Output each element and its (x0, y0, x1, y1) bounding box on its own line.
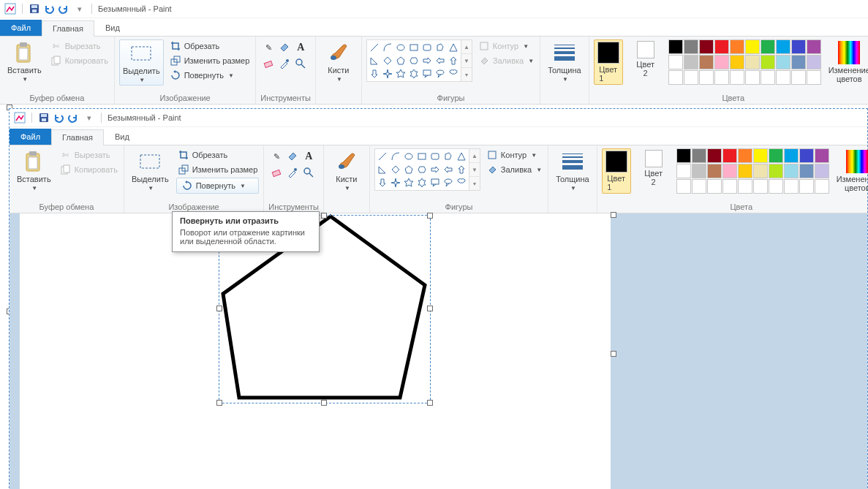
scroll-down-icon[interactable]: ▼ (461, 54, 472, 68)
shape-star4[interactable] (389, 176, 402, 189)
shape-arrow-u[interactable] (447, 54, 460, 67)
shape-line[interactable] (376, 150, 389, 163)
palette-swatch[interactable] (707, 164, 722, 178)
palette-swatch[interactable] (684, 55, 698, 69)
palette-swatch[interactable] (676, 148, 691, 163)
palette-swatch[interactable] (714, 70, 729, 85)
undo-icon[interactable] (53, 112, 64, 124)
palette-swatch[interactable] (807, 39, 821, 54)
palette-swatch[interactable] (784, 179, 799, 194)
palette-swatch[interactable] (745, 70, 760, 85)
fill-button[interactable]: Заливка▼ (485, 163, 543, 176)
palette-swatch[interactable] (699, 39, 714, 54)
palette-swatch[interactable] (738, 164, 752, 178)
color-palette[interactable] (676, 148, 829, 194)
shapes-gallery[interactable]: ▲▼▾ (366, 39, 472, 82)
palette-swatch[interactable] (722, 164, 737, 178)
resize-button[interactable]: Изменить размер (168, 54, 252, 67)
picker-tool[interactable] (276, 56, 293, 72)
palette-swatch[interactable] (668, 39, 683, 54)
shape-polygon[interactable] (442, 150, 455, 163)
shape-arrow-d[interactable] (368, 67, 381, 80)
shape-curve[interactable] (389, 150, 402, 163)
shape-callout-oval[interactable] (442, 176, 455, 189)
save-icon[interactable] (29, 3, 40, 15)
palette-swatch[interactable] (676, 164, 691, 178)
palette-swatch[interactable] (815, 179, 829, 194)
tab-view[interactable]: Вид (94, 20, 131, 36)
shape-star4[interactable] (381, 67, 394, 80)
shape-right-tri[interactable] (376, 163, 389, 176)
tab-file[interactable]: Файл (0, 20, 42, 36)
qat-customize-icon[interactable]: ▾ (74, 3, 86, 15)
palette-swatch[interactable] (769, 148, 783, 163)
palette-swatch[interactable] (761, 55, 775, 69)
zoom-tool[interactable] (301, 164, 317, 181)
tab-home[interactable]: Главная (42, 20, 94, 37)
fill-tool[interactable] (284, 148, 301, 164)
select-button[interactable]: Выделить ▼ (119, 39, 164, 86)
redo-icon[interactable] (67, 112, 79, 124)
palette-swatch[interactable] (791, 55, 806, 69)
shape-oval[interactable] (394, 41, 407, 54)
palette-swatch[interactable] (799, 148, 814, 163)
palette-swatch[interactable] (707, 148, 722, 163)
shape-polygon[interactable] (434, 41, 447, 54)
palette-swatch[interactable] (815, 148, 829, 163)
palette-swatch[interactable] (753, 148, 768, 163)
palette-swatch[interactable] (776, 70, 790, 85)
palette-swatch[interactable] (722, 148, 737, 163)
palette-swatch[interactable] (769, 164, 783, 178)
palette-swatch[interactable] (692, 148, 706, 163)
cut-button[interactable]: ✄Вырезать (59, 148, 119, 162)
shape-star6[interactable] (415, 176, 429, 189)
thickness-button[interactable]: Толщина ▼ (545, 39, 584, 84)
shapes-scroll[interactable]: ▲▼▾ (461, 39, 472, 82)
fill-button[interactable]: Заливка▼ (477, 54, 535, 67)
color1-button[interactable]: Цвет 1 (594, 39, 623, 85)
shape-rect[interactable] (415, 150, 429, 163)
palette-swatch[interactable] (707, 179, 722, 194)
shape-arrow-r[interactable] (429, 163, 442, 176)
palette-swatch[interactable] (807, 70, 821, 85)
outline-button[interactable]: Контур▼ (485, 148, 543, 162)
tab-file[interactable]: Файл (10, 129, 51, 145)
text-tool[interactable]: A (293, 39, 309, 56)
pencil-tool[interactable]: ✎ (268, 148, 284, 164)
paste-button[interactable]: Вставить▼ (14, 148, 54, 193)
palette-swatch[interactable] (776, 55, 790, 69)
shape-arrow-d[interactable] (376, 176, 389, 189)
palette-swatch[interactable] (761, 70, 775, 85)
palette-swatch[interactable] (769, 179, 783, 194)
color2-button[interactable]: Цвет 2 (627, 39, 664, 79)
palette-swatch[interactable] (668, 55, 683, 69)
palette-swatch[interactable] (815, 164, 829, 178)
scroll-up-icon[interactable]: ▲ (461, 40, 472, 54)
palette-swatch[interactable] (676, 179, 691, 194)
palette-swatch[interactable] (684, 70, 698, 85)
shape-callout-cloud[interactable] (455, 176, 468, 189)
shape-callout-rect[interactable] (429, 176, 442, 189)
palette-swatch[interactable] (692, 164, 706, 178)
shape-arrow-l[interactable] (442, 163, 455, 176)
palette-swatch[interactable] (745, 55, 760, 69)
shape-curve[interactable] (381, 41, 394, 54)
paste-button[interactable]: Вставить ▼ (4, 39, 45, 84)
palette-swatch[interactable] (714, 39, 729, 54)
palette-swatch[interactable] (761, 39, 775, 54)
undo-icon[interactable] (43, 3, 55, 15)
save-icon[interactable] (38, 112, 50, 124)
cut-button[interactable]: ✄ Вырезать (49, 39, 110, 53)
crop-button[interactable]: Обрезать (176, 148, 260, 162)
shape-right-tri[interactable] (368, 54, 381, 67)
color1-button[interactable]: Цвет 1 (602, 148, 631, 194)
canvas[interactable] (20, 213, 611, 489)
palette-swatch[interactable] (722, 179, 737, 194)
shape-line[interactable] (368, 41, 381, 54)
thickness-button[interactable]: Толщина▼ (553, 148, 592, 193)
shape-pentagon[interactable] (394, 54, 407, 67)
shape-star6[interactable] (407, 67, 420, 80)
color2-button[interactable]: Цвет 2 (635, 148, 672, 188)
palette-swatch[interactable] (699, 55, 714, 69)
tab-view[interactable]: Вид (104, 129, 140, 145)
